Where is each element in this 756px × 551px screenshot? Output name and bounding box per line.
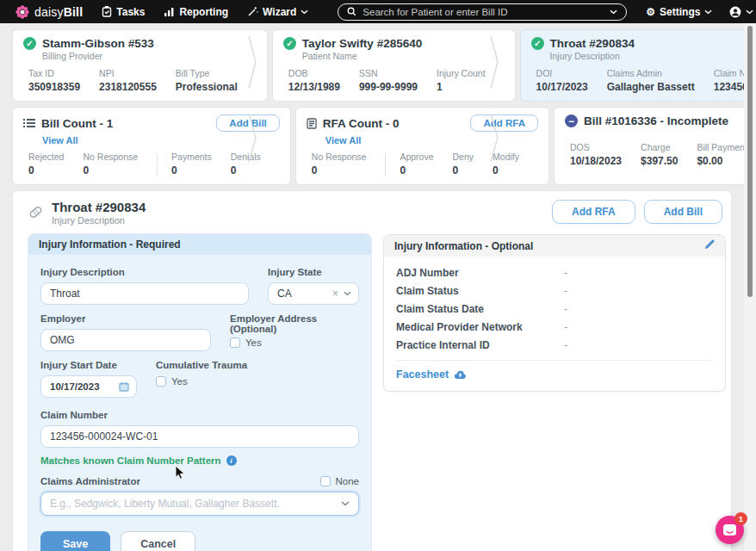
billing-provider-card[interactable]: ✓ Stamm-Gibson #533 Billing Provider Tax… — [12, 29, 268, 102]
employer-address-yes-checkbox[interactable] — [230, 337, 240, 348]
bill-incomplete-title: Bill #1016336 - Incomplete — [584, 115, 728, 127]
summary-card-row: ✓ Stamm-Gibson #533 Billing Provider Tax… — [12, 29, 732, 102]
check-circle-icon: ✓ — [23, 37, 36, 50]
optional-row-claim-status-date: Claim Status Date - — [396, 300, 713, 318]
claims-administrator-placeholder: E.g., Sedgwick, Liberty Mutual, Gallaghe… — [50, 498, 341, 510]
tasks-icon — [102, 6, 112, 17]
claims-admin-none-checkbox[interactable] — [320, 476, 331, 486]
chat-bubble-icon — [722, 523, 737, 537]
cumulative-trauma-label: Cumulative Trauma — [156, 360, 294, 370]
scrollbar-track[interactable] — [744, 23, 756, 551]
count-card-row: Bill Count - 1 Add Bill View All Rejecte… — [12, 107, 732, 185]
bill-count-view-all-link[interactable]: View All — [42, 135, 78, 145]
bill-incomplete-card[interactable]: − Bill #1016336 - Incomplete DOS 10/18/2… — [554, 107, 756, 185]
claims-administrator-select[interactable]: E.g., Sedgwick, Liberty Mutual, Gallaghe… — [40, 492, 359, 516]
daisybill-logo[interactable]: daisyBill — [15, 5, 83, 19]
employer-address-yes-label: Yes — [245, 337, 262, 348]
optional-row-adj-number: ADJ Number - — [396, 263, 713, 282]
injury-bandage-icon — [28, 205, 43, 223]
injury-state-select[interactable]: CA × — [268, 282, 359, 305]
claims-administrator-label: Claims Administrator — [40, 476, 140, 486]
injury-info-optional-panel: Injury Information - Optional ADJ Number… — [383, 234, 726, 392]
bill-list-icon — [23, 118, 35, 128]
stat-npi: NPI 2318120555 — [99, 68, 157, 93]
scrollbar-thumb[interactable] — [747, 26, 753, 297]
injury-card-selected[interactable]: ✓ Throat #290834 Injury Description DOI … — [520, 29, 756, 102]
check-circle-icon: ✓ — [283, 37, 296, 50]
claim-number-input[interactable] — [40, 425, 359, 448]
employer-label: Employer — [40, 313, 211, 324]
chevron-down-icon — [746, 9, 753, 15]
claim-pattern-note: Matches known Claim Number Pattern — [40, 455, 221, 466]
bill-count-title: Bill Count - 1 — [41, 117, 113, 130]
nav-user-menu[interactable] — [729, 6, 753, 18]
cloud-upload-icon — [454, 370, 467, 380]
info-circle-icon[interactable]: i — [226, 455, 237, 466]
nav-tasks-label: Tasks — [116, 6, 145, 18]
injury-start-date-input[interactable] — [50, 381, 110, 392]
search-input[interactable] — [363, 7, 604, 17]
pencil-icon[interactable] — [704, 239, 715, 252]
minus-circle-icon: − — [565, 115, 578, 127]
page-title: Throat #290834 — [52, 200, 146, 214]
facesheet-link[interactable]: Facesheet — [396, 368, 713, 381]
chevron-down-icon — [704, 9, 712, 15]
user-icon — [729, 6, 741, 18]
add-bill-button[interactable]: Add Bill — [644, 200, 722, 224]
claims-admin-none-label: None — [336, 476, 360, 486]
stat-ssn: SSN 999-99-9999 — [359, 68, 418, 93]
stat-claims-admin: Claims Admin Gallagher Bassett — [607, 68, 695, 93]
daisy-flower-icon — [15, 5, 29, 19]
cancel-button[interactable]: Cancel — [121, 531, 195, 551]
chevron-down-icon[interactable] — [341, 501, 350, 506]
stat-bill-type: Bill Type Professional — [176, 68, 238, 93]
stat-tax-id: Tax ID 350918359 — [28, 68, 80, 93]
nav-tasks[interactable]: Tasks — [102, 6, 145, 18]
add-rfa-button[interactable]: Add RFA — [552, 200, 635, 224]
calendar-icon[interactable] — [119, 381, 129, 392]
stat-dos: DOS 10/18/2023 — [570, 142, 622, 167]
wizard-icon — [247, 6, 258, 17]
clear-x-icon[interactable]: × — [332, 288, 338, 299]
nav-settings[interactable]: ⚙ Settings — [646, 6, 712, 18]
injury-start-date-field[interactable] — [40, 375, 137, 398]
chat-unread-badge: 1 — [734, 512, 747, 525]
stat-no-response: No Response 0 — [83, 152, 138, 176]
card-separator-chevron — [247, 34, 257, 93]
injury-description-input[interactable] — [40, 282, 249, 305]
stat-payments: Payments 0 — [171, 152, 212, 176]
patient-title: Taylor Swifty #285640 — [302, 37, 422, 50]
rfa-document-icon — [307, 118, 317, 129]
injury-subtitle: Injury Description — [550, 51, 756, 61]
stat-divider — [157, 153, 158, 176]
rfa-count-card[interactable]: RFA Count - 0 Add RFA View All No Respon… — [295, 107, 549, 185]
global-search[interactable] — [338, 3, 627, 21]
stat-divider — [385, 153, 386, 176]
stat-dob: DOB 12/13/1989 — [288, 68, 340, 93]
nav-settings-label: Settings — [660, 6, 700, 18]
patient-subtitle: Patient Name — [302, 51, 505, 61]
brand-daisy: daisy — [34, 5, 64, 19]
save-button[interactable]: Save — [40, 531, 110, 551]
nav-wizard[interactable]: Wizard — [247, 6, 308, 18]
gear-icon: ⚙ — [646, 7, 655, 17]
billing-provider-subtitle: Billing Provider — [42, 51, 257, 61]
search-icon — [347, 7, 356, 16]
patient-card[interactable]: ✓ Taylor Swifty #285640 Patient Name DOB… — [272, 29, 516, 102]
cumulative-trauma-yes-label: Yes — [171, 376, 188, 387]
chevron-down-icon[interactable] — [344, 291, 351, 296]
optional-row-practice-internal-id: Practice Internal ID - — [396, 336, 713, 354]
card-separator-chevron — [247, 112, 257, 167]
add-rfa-button[interactable]: Add RFA — [470, 115, 538, 132]
nav-reporting[interactable]: Reporting — [164, 6, 228, 18]
required-panel-title: Injury Information - Required — [28, 234, 371, 255]
optional-panel-title: Injury Information - Optional — [394, 240, 533, 252]
employer-input[interactable] — [40, 329, 211, 351]
cumulative-trauma-yes-checkbox[interactable] — [156, 376, 166, 387]
chat-launcher-button[interactable]: 1 — [716, 516, 744, 544]
reporting-icon — [164, 7, 175, 17]
optional-row-mpn: Medical Provider Network - — [396, 318, 713, 336]
chevron-down-icon[interactable] — [610, 9, 617, 15]
rfa-count-view-all-link[interactable]: View All — [325, 135, 362, 145]
main-content: Throat #290834 Injury Description Add RF… — [12, 190, 732, 551]
